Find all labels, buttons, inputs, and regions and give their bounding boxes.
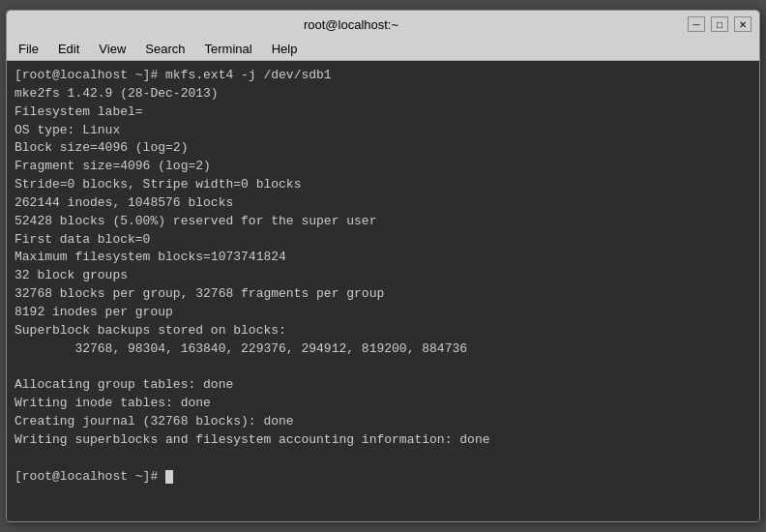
menu-terminal[interactable]: Terminal [197,40,260,58]
menu-bar: File Edit View Search Terminal Help [7,38,759,61]
menu-edit[interactable]: Edit [50,40,87,58]
window-title: root@localhost:~ [15,17,688,32]
terminal-body[interactable]: [root@localhost ~]# mkfs.ext4 -j /dev/sd… [7,61,759,521]
menu-file[interactable]: File [11,40,46,58]
terminal-output: [root@localhost ~]# mkfs.ext4 -j /dev/sd… [15,67,751,486]
minimize-button[interactable]: ─ [688,16,705,32]
close-button[interactable]: ✕ [734,16,751,32]
title-bar: root@localhost:~ ─ □ ✕ [7,11,759,38]
terminal-window: root@localhost:~ ─ □ ✕ File Edit View Se… [6,10,760,522]
menu-view[interactable]: View [91,40,133,58]
window-controls: ─ □ ✕ [688,16,751,32]
menu-search[interactable]: Search [137,40,192,58]
menu-help[interactable]: Help [264,40,306,58]
cursor [165,470,173,484]
maximize-button[interactable]: □ [711,16,728,32]
